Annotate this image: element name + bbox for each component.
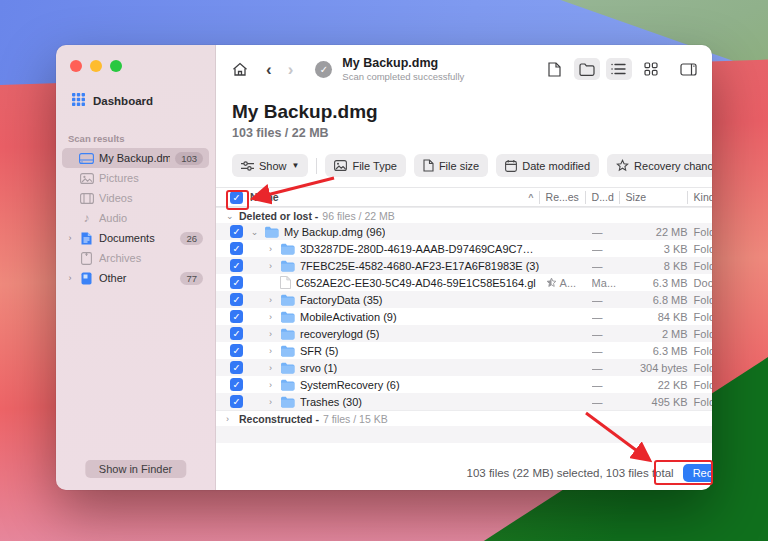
recover-button[interactable]: Recover (683, 464, 712, 482)
kind-cell: Folder (694, 243, 712, 255)
table-row[interactable]: ✓›3D3287DE-280D-4619-AAAB-D97469CA9C71 (… (216, 240, 712, 257)
chevron-right-icon[interactable]: › (266, 295, 275, 305)
size-cell: 3 KB (626, 243, 688, 255)
row-checkbox[interactable]: ✓ (230, 327, 243, 340)
sidebar-item-label: Documents (99, 232, 175, 244)
table-row[interactable]: ✓›7FEBC25E-4582-4680-AF23-E17A6F81983E (… (216, 257, 712, 274)
minimize-button[interactable] (90, 60, 102, 72)
column-header-recovery[interactable]: Re...es (546, 191, 586, 204)
table-row[interactable]: ✓›MobileActivation (9)—84 KBFolder (216, 308, 712, 325)
sidebar-item-my-backup-dmg[interactable]: My Backup.dmg103 (62, 148, 209, 168)
table-row[interactable]: ✓⌄My Backup.dmg (96)—22 MBFolder (216, 223, 712, 240)
file-icon[interactable] (542, 58, 568, 80)
row-checkbox[interactable]: ✓ (230, 259, 243, 272)
zoom-button[interactable] (110, 60, 122, 72)
size-cell: 2 MB (626, 328, 688, 340)
sidebar-item-other[interactable]: ›Other77 (62, 268, 209, 288)
chevron-down-icon[interactable]: ⌄ (250, 227, 259, 237)
table-row[interactable]: ✓›recoverylogd (5)—2 MBFolder (216, 325, 712, 342)
table-row[interactable]: ✓›SystemRecovery (6)—22 KBFolder (216, 376, 712, 393)
kind-cell: Folder (694, 260, 712, 272)
table-row[interactable]: ✓›Trashes (30)—495 KBFolder (216, 393, 712, 410)
chevron-right-icon[interactable]: › (266, 346, 275, 356)
kind-cell: Document (694, 277, 712, 289)
sidebar-item-label: Pictures (99, 172, 203, 184)
sidebar-scan-results-list: My Backup.dmg103PicturesVideos♪Audio›Doc… (56, 148, 215, 288)
table-spacer (216, 443, 712, 456)
chevron-right-icon: › (226, 414, 235, 424)
folder-icon (280, 345, 295, 357)
chevron-right-icon[interactable]: › (266, 329, 275, 339)
image-icon (79, 173, 94, 184)
sidebar-item-pictures[interactable]: Pictures (62, 168, 209, 188)
file-size-filter-button[interactable]: File size (414, 154, 488, 177)
chevron-right-icon[interactable]: › (266, 380, 275, 390)
list-view-icon[interactable] (606, 58, 632, 80)
chevron-right-icon: › (66, 233, 74, 243)
column-header-kind[interactable]: Kind (694, 191, 712, 204)
date-modified-filter-button[interactable]: Date modified (496, 154, 599, 177)
folder-icon (280, 362, 295, 374)
chevron-right-icon[interactable]: › (266, 397, 275, 407)
show-in-finder-button[interactable]: Show in Finder (85, 460, 186, 478)
date-modified-cell: — (592, 379, 620, 391)
size-cell: 6.3 MB (626, 345, 688, 357)
recovery-chances-filter-button[interactable]: Recovery chances (607, 154, 712, 177)
row-checkbox[interactable]: ✓ (230, 242, 243, 255)
sidebar-item-documents[interactable]: ›Documents26 (62, 228, 209, 248)
row-checkbox[interactable]: ✓ (230, 276, 243, 289)
chevron-right-icon[interactable]: › (266, 312, 275, 322)
group-row[interactable]: ›Reconstructed -7 files / 15 KB (216, 410, 712, 426)
panel-icon[interactable] (676, 58, 702, 80)
back-button[interactable]: ‹ (266, 61, 272, 78)
show-filter-button[interactable]: Show ▼ (232, 154, 308, 177)
date-modified-cell: Ma... (592, 277, 620, 289)
column-header-size[interactable]: Size (626, 191, 688, 204)
row-checkbox[interactable]: ✓ (230, 225, 243, 238)
desktop: Dashboard Scan results My Backup.dmg103P… (0, 0, 768, 541)
column-header-date[interactable]: D...d (592, 191, 620, 204)
row-checkbox[interactable]: ✓ (230, 293, 243, 306)
forward-button[interactable]: › (288, 61, 294, 78)
table-row[interactable]: ✓›srvo (1)—304 bytesFolder (216, 359, 712, 376)
row-checkbox[interactable]: ✓ (230, 361, 243, 374)
table-row[interactable]: ✓›SFR (5)—6.3 MBFolder (216, 342, 712, 359)
grid-view-icon[interactable] (638, 58, 664, 80)
table-row[interactable]: ✓C652AE2C-EE30-5C49-AD46-59E1C58E5164.gl… (216, 274, 712, 291)
scan-complete-icon: ✓ (315, 61, 332, 78)
home-icon[interactable] (232, 62, 248, 77)
file-type-filter-button[interactable]: File Type (325, 154, 405, 177)
close-button[interactable] (70, 60, 82, 72)
sidebar-item-videos[interactable]: Videos (62, 188, 209, 208)
size-cell: 22 KB (626, 379, 688, 391)
size-cell: 304 bytes (626, 362, 688, 374)
row-checkbox[interactable]: ✓ (230, 310, 243, 323)
chevron-right-icon[interactable]: › (266, 261, 275, 271)
dashboard-grid-icon (72, 93, 85, 108)
file-name: 7FEBC25E-4582-4680-AF23-E17A6F81983E (3) (300, 260, 539, 272)
group-row[interactable]: ⌄Deleted or lost -96 files / 22 MB (216, 207, 712, 223)
row-checkbox[interactable]: ✓ (230, 344, 243, 357)
filter-bar: Show ▼ File Type File size Date modified (216, 140, 712, 187)
sidebar-item-archives[interactable]: Archives (62, 248, 209, 268)
folder-icon (280, 328, 295, 340)
column-header-name[interactable]: Name ^ (250, 191, 540, 204)
row-checkbox[interactable]: ✓ (230, 378, 243, 391)
traffic-lights (56, 45, 215, 72)
sidebar-item-label: My Backup.dmg (99, 152, 170, 164)
row-checkbox[interactable]: ✓ (230, 395, 243, 408)
table-row[interactable]: ✓›FactoryData (35)—6.8 MBFolder (216, 291, 712, 308)
sidebar-item-audio[interactable]: ♪Audio (62, 208, 209, 228)
file-table-body: ⌄Deleted or lost -96 files / 22 MB✓⌄My B… (216, 207, 712, 426)
date-modified-cell: — (592, 294, 620, 306)
sidebar-item-dashboard[interactable]: Dashboard (72, 93, 215, 108)
folder-icon[interactable] (574, 58, 600, 80)
view-controls (542, 58, 712, 80)
chevron-right-icon[interactable]: › (266, 363, 275, 373)
sidebar-section-label: Scan results (68, 133, 215, 144)
sliders-icon (241, 161, 254, 171)
select-all-checkbox[interactable]: ✓ (230, 191, 243, 204)
kind-cell: Folder (694, 345, 712, 357)
chevron-right-icon[interactable]: › (266, 244, 275, 254)
size-cell: 84 KB (626, 311, 688, 323)
